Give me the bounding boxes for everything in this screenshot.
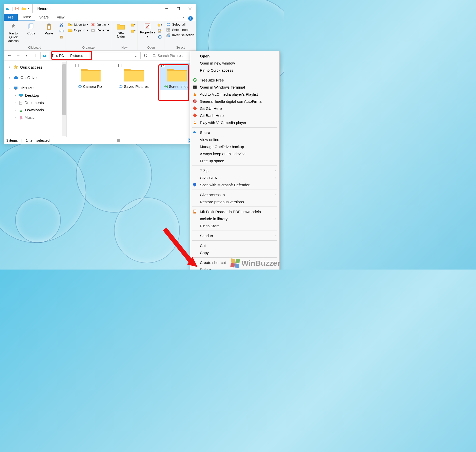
svg-rect-41 xyxy=(15,89,16,90)
context-menu-item-send-to[interactable]: Send to› xyxy=(190,232,279,239)
checkbox[interactable] xyxy=(75,64,79,67)
context-menu-item-cut[interactable]: Cut xyxy=(190,242,279,249)
refresh-button[interactable] xyxy=(142,52,149,59)
minimize-button[interactable] xyxy=(161,4,173,13)
cut-icon[interactable] xyxy=(59,23,64,27)
delete-button[interactable]: Delete▾ xyxy=(91,23,109,27)
breadcrumb-sep-icon[interactable]: › xyxy=(48,54,49,58)
pin-to-quick-access-button[interactable]: Pin to Quick access xyxy=(6,22,21,43)
folder-item-camera-roll[interactable]: Camera Roll xyxy=(74,63,107,90)
context-menu-item-pin-to-start[interactable]: Pin to Start xyxy=(190,222,279,229)
tree-onedrive[interactable]: › OneDrive xyxy=(8,74,65,81)
tab-home[interactable]: Home xyxy=(18,13,35,21)
context-menu-item-pin-to-quick-access[interactable]: Pin to Quick access xyxy=(190,67,279,74)
context-menu-item-include-in-library[interactable]: Include in library› xyxy=(190,215,279,222)
folder-item-saved-pictures[interactable]: Saved Pictures xyxy=(117,63,150,90)
new-folder-button[interactable]: New folder xyxy=(113,22,128,39)
details-view-button[interactable] xyxy=(116,138,121,143)
qat-folder-icon[interactable] xyxy=(22,6,26,11)
context-menu-icon xyxy=(192,78,197,82)
context-menu-item-open-in-windows-terminal[interactable]: >_Open in Windows Terminal xyxy=(190,84,279,91)
close-button[interactable] xyxy=(184,4,196,13)
context-menu-item-open[interactable]: Open xyxy=(190,52,279,59)
easy-access-icon[interactable]: ▾ xyxy=(131,29,136,33)
svg-rect-28 xyxy=(167,28,168,30)
tree-desktop[interactable]: › Desktop xyxy=(13,92,65,99)
svg-marker-36 xyxy=(43,54,46,57)
address-bar[interactable]: › This PC › Pictures › ⌄ xyxy=(40,52,141,59)
select-none-button[interactable]: Select none xyxy=(166,28,194,32)
context-menu-item-crc-sha[interactable]: CRC SHA› xyxy=(190,174,279,181)
paste-button[interactable]: Paste xyxy=(41,22,56,35)
select-all-button[interactable]: Select all xyxy=(166,23,194,26)
tab-share[interactable]: Share xyxy=(35,14,53,21)
tree-scrollbar[interactable] xyxy=(62,62,66,136)
tab-file[interactable]: File xyxy=(4,14,18,21)
open-icon[interactable]: ▾ xyxy=(158,23,162,27)
checkbox[interactable]: ✓ xyxy=(161,64,165,67)
context-menu-item-add-to-vlc-media-player-s-playlist[interactable]: Add to VLC media player's Playlist xyxy=(190,91,279,98)
collapse-ribbon-icon[interactable]: ⌃ xyxy=(182,16,185,20)
tree-music[interactable]: › Music xyxy=(13,114,65,121)
context-menu-item-restore-previous-versions[interactable]: Restore previous versions xyxy=(190,198,279,205)
breadcrumb-sep-icon[interactable]: › xyxy=(66,54,68,58)
pc-icon xyxy=(13,86,18,90)
search-box[interactable]: Search Pictures xyxy=(151,52,194,59)
properties-button[interactable]: Properties▾ xyxy=(140,22,155,38)
context-menu-item-share[interactable]: Share xyxy=(190,129,279,136)
breadcrumb-sep-icon[interactable]: › xyxy=(86,54,87,58)
context-menu-item-free-up-space[interactable]: Free up space xyxy=(190,157,279,164)
context-menu-item-7-zip[interactable]: 7-Zip› xyxy=(190,167,279,174)
nav-up-button[interactable]: ↑ xyxy=(32,52,39,59)
context-menu-item-git-gui-here[interactable]: Git GUI Here xyxy=(190,105,279,112)
svg-line-38 xyxy=(155,56,156,57)
new-item-icon[interactable]: ▾ xyxy=(131,23,136,27)
nav-back-button[interactable]: ← xyxy=(6,52,13,59)
context-menu-item-scan-with-microsoft-defender[interactable]: Scan with Microsoft Defender... xyxy=(190,181,279,188)
chevron-right-icon: › xyxy=(275,193,276,197)
help-icon[interactable]: ? xyxy=(188,16,193,21)
music-icon xyxy=(19,115,23,119)
paste-shortcut-icon[interactable] xyxy=(59,35,64,39)
context-menu-item-git-bash-here[interactable]: Git Bash Here xyxy=(190,112,279,119)
tree-quick-access[interactable]: › Quick access xyxy=(8,63,65,71)
context-menu-separator xyxy=(192,166,277,166)
rename-button[interactable]: Rename xyxy=(91,28,109,32)
edit-icon[interactable] xyxy=(158,29,162,33)
context-menu-separator xyxy=(192,127,277,128)
context-menu-item-treesize-free[interactable]: TreeSize Free xyxy=(190,76,279,84)
checkbox[interactable] xyxy=(118,64,122,67)
context-menu-item-manage-onedrive-backup[interactable]: Manage OneDrive backup xyxy=(190,143,279,150)
breadcrumb-pictures[interactable]: Pictures xyxy=(69,54,85,58)
context-menu-item-mit-foxit-reader-in-pdf-umwandeln[interactable]: Mit Foxit Reader in PDF umwandeln xyxy=(190,208,279,215)
context-menu-item-always-keep-on-this-device[interactable]: Always keep on this device xyxy=(190,150,279,157)
tree-documents[interactable]: › Documents xyxy=(13,99,65,106)
address-dropdown-icon[interactable]: ⌄ xyxy=(133,54,139,58)
breadcrumb-this-pc[interactable]: This PC xyxy=(50,54,66,58)
context-menu-label: Restore previous versions xyxy=(200,200,276,204)
qat-properties-icon[interactable] xyxy=(15,6,20,11)
copy-button[interactable]: Copy xyxy=(24,22,39,35)
context-menu-item-give-access-to[interactable]: Give access to› xyxy=(190,191,279,198)
tab-view[interactable]: View xyxy=(53,14,68,21)
context-menu-item-copy[interactable]: Copy xyxy=(190,249,279,256)
maximize-button[interactable] xyxy=(173,4,184,13)
tree-downloads[interactable]: › Downloads xyxy=(13,106,65,114)
context-menu-item-play-with-vlc-media-player[interactable]: Play with VLC media player xyxy=(190,119,279,126)
move-to-button[interactable]: Move to▾ xyxy=(68,23,88,27)
context-menu-label: 7-Zip xyxy=(200,169,272,173)
invert-selection-button[interactable]: Invert selection xyxy=(166,33,194,37)
folder-item-screenshots[interactable]: ✓ Screenshots xyxy=(160,63,193,90)
context-menu-item-generar-huella-digital-con-autofirma[interactable]: @Generar huella digital con AutoFirma xyxy=(190,98,279,105)
tree-this-pc[interactable]: ⌄ This PC xyxy=(8,84,65,92)
copy-path-icon[interactable]: W:\ xyxy=(59,29,64,33)
nav-forward-button[interactable]: → xyxy=(14,52,22,59)
context-menu-item-open-in-new-window[interactable]: Open in new window xyxy=(190,59,279,67)
copy-to-button[interactable]: Copy to▾ xyxy=(68,28,88,32)
history-icon[interactable] xyxy=(158,35,162,39)
folder-content-area[interactable]: Camera Roll Saved Pictures ✓ Screenshots xyxy=(67,61,196,137)
nav-recent-dropdown[interactable]: ▾ xyxy=(23,52,30,59)
context-menu-separator xyxy=(192,207,277,207)
context-menu-item-view-online[interactable]: View online xyxy=(190,136,279,143)
qat-dropdown-icon[interactable]: ▾ xyxy=(28,7,29,10)
